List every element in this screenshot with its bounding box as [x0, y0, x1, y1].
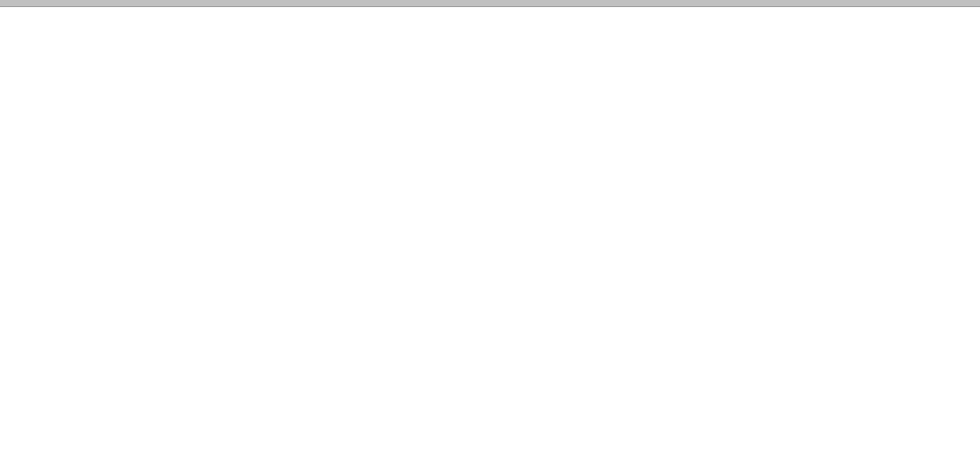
window-topbar: [0, 0, 980, 7]
